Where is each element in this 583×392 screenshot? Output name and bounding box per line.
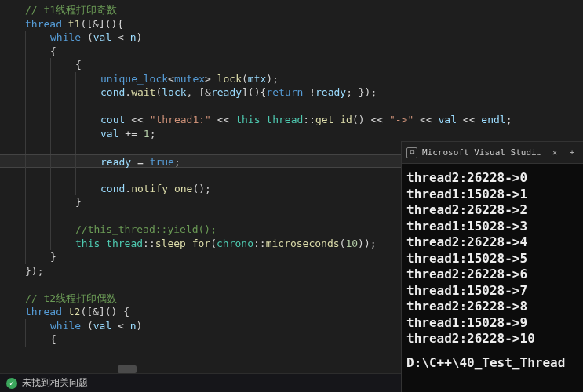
console-line: thread1:15028->5 bbox=[406, 251, 578, 267]
console-icon: ⧉ bbox=[406, 147, 417, 158]
code-line[interactable]: cout << "thread1:" << this_thread::get_i… bbox=[0, 113, 583, 127]
close-icon[interactable]: ✕ bbox=[548, 147, 561, 158]
code-line[interactable]: cond.wait(lock, [&ready](){return !ready… bbox=[0, 85, 583, 100]
code-line[interactable]: // t1线程打印奇数 bbox=[0, 3, 583, 17]
console-line: thread2:26228->4 bbox=[406, 234, 578, 251]
console-line: thread2:26228->2 bbox=[406, 202, 578, 219]
horizontal-scroll-thumb[interactable] bbox=[118, 365, 137, 373]
console-output[interactable]: thread2:26228->0thread1:15028->1thread2:… bbox=[402, 164, 583, 392]
console-line: thread2:26228->10 bbox=[406, 331, 578, 347]
code-line[interactable] bbox=[0, 100, 583, 114]
console-line: thread1:15028->9 bbox=[406, 315, 578, 332]
console-line: thread1:15028->3 bbox=[406, 219, 578, 235]
code-line[interactable]: thread t1([&](){ bbox=[0, 17, 583, 31]
console-line: thread1:15028->1 bbox=[406, 187, 578, 203]
code-line[interactable]: val += 1; bbox=[0, 127, 583, 141]
console-tab-bar: ⧉ Microsoft Visual Studio 调试 ✕ + bbox=[402, 142, 583, 164]
code-line[interactable]: { bbox=[0, 45, 583, 59]
status-ok-icon: ✓ bbox=[6, 378, 17, 389]
console-title: Microsoft Visual Studio 调试 bbox=[422, 147, 544, 158]
status-text: 未找到相关问题 bbox=[22, 376, 88, 390]
console-line: thread2:26228->8 bbox=[406, 299, 578, 315]
code-line[interactable]: { bbox=[0, 58, 583, 72]
code-line[interactable]: while (val < n) bbox=[0, 31, 583, 45]
add-tab-icon[interactable]: + bbox=[566, 147, 578, 158]
console-path: D:\C++\40_Test_Thread bbox=[406, 355, 578, 372]
console-line: thread2:26228->0 bbox=[406, 170, 578, 187]
code-line[interactable]: unique_lock<mutex> lock(mtx); bbox=[0, 72, 583, 86]
console-line: thread1:15028->7 bbox=[406, 283, 578, 299]
console-line: thread2:26228->6 bbox=[406, 267, 578, 283]
debug-console[interactable]: ⧉ Microsoft Visual Studio 调试 ✕ + thread2… bbox=[401, 141, 583, 392]
